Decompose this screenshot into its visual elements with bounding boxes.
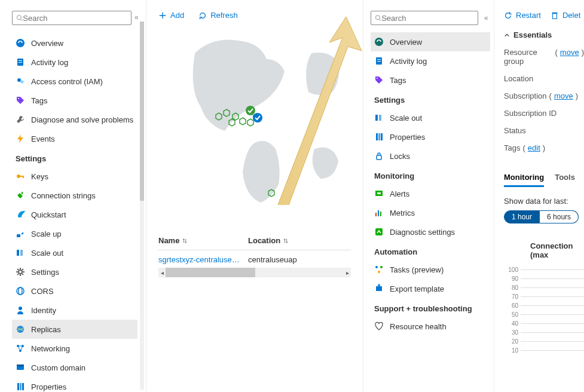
sidebar-item-keys[interactable]: Keys — [12, 167, 137, 186]
collapse-sidebar2-button[interactable]: « — [484, 14, 488, 22]
col-header-location[interactable]: Location — [248, 236, 320, 245]
sidebar-item-conn[interactable]: Connection strings — [12, 186, 137, 205]
add-button[interactable]: Add — [158, 11, 184, 20]
y-tick: 50 — [504, 311, 584, 320]
sidebar-item-diag[interactable]: Diagnose and solve problems — [12, 110, 137, 129]
tab-monitoring[interactable]: Monitoring — [504, 173, 544, 187]
svg-marker-47 — [240, 118, 246, 125]
scroll-right-icon[interactable]: ▸ — [344, 268, 351, 277]
sidebar2-item-reshealth[interactable]: Resource health — [371, 317, 490, 336]
delete-button[interactable]: Delet — [551, 11, 580, 20]
metrics-icon — [374, 208, 384, 218]
locks-icon — [374, 151, 384, 161]
y-tick: 40 — [504, 320, 584, 329]
essentials-link[interactable]: move — [560, 48, 579, 66]
essentials-link[interactable]: move — [554, 91, 573, 100]
col-header-name[interactable]: Name — [158, 236, 248, 245]
collapse-sidebar-button[interactable]: « — [134, 13, 139, 22]
tab-tools[interactable]: Tools — [555, 173, 575, 187]
y-tick: 30 — [504, 329, 584, 338]
sidebar2-item-overview[interactable]: Overview — [371, 32, 490, 51]
connection-chart: Connection (max 100908070605040302010 — [504, 241, 584, 356]
sidebar-item-scaleup[interactable]: Scale up — [12, 224, 137, 243]
sidebar2-item-export[interactable]: Export template — [371, 279, 490, 298]
overview-icon — [16, 38, 25, 48]
sidebar2-item-scaleout[interactable]: Scale out — [371, 108, 490, 127]
refresh-button[interactable]: Refresh — [198, 11, 238, 20]
restart-button[interactable]: Restart — [504, 11, 541, 20]
sidebar2-item-tasks[interactable]: Tasks (preview) — [371, 260, 490, 279]
sidebar-item-tags[interactable]: Tags — [12, 91, 137, 110]
sort-icon — [182, 238, 188, 244]
sidebar2-item-activity[interactable]: Activity log — [371, 51, 490, 71]
sidebar2-item-alerts[interactable]: Alerts — [371, 184, 490, 203]
activity-icon — [374, 56, 384, 66]
tags-icon — [374, 75, 384, 85]
sidebar2-group-header: Settings — [371, 90, 494, 108]
sidebar-item-replicas[interactable]: Replicas — [12, 320, 137, 339]
sidebar2-item-label: Alerts — [390, 189, 409, 198]
sidebar-item-network[interactable]: Networking — [12, 339, 137, 358]
y-tick: 10 — [504, 347, 584, 356]
quick-icon — [16, 210, 25, 219]
delete-icon — [551, 11, 559, 20]
essentials-link[interactable]: edit — [528, 143, 540, 152]
sidebar-item-cors[interactable]: CORS — [12, 281, 137, 301]
row-name-link[interactable]: sgrtestxyz-centraluseu… — [158, 255, 242, 264]
sidebar-item-label: Connection strings — [31, 191, 96, 200]
sidebar-item-identity[interactable]: Identity — [12, 301, 137, 320]
activity-icon — [16, 57, 25, 67]
sidebar-item-overview[interactable]: Overview — [12, 33, 137, 53]
sidebar2-item-label: Overview — [390, 38, 422, 47]
sidebar-item-activity[interactable]: Activity log — [12, 53, 137, 72]
sidebar-item-events[interactable]: Events — [12, 129, 137, 148]
scaleout-icon — [16, 248, 25, 258]
sidebar-item-iam[interactable]: Access control (IAM) — [12, 72, 137, 91]
essentials-toggle[interactable]: Essentials — [504, 20, 584, 39]
y-tick: 80 — [504, 284, 584, 293]
refresh-label: Refresh — [210, 11, 238, 20]
sidebar-scrollbar-thumb[interactable] — [140, 22, 144, 201]
sidebar2-item-locks[interactable]: Locks — [371, 146, 490, 166]
table-row[interactable]: sgrtestxyz-centraluseu…centraluseuap — [158, 250, 351, 264]
sidebar2-item-label: Scale out — [390, 114, 422, 122]
sidebar2-group-header: Automation — [371, 241, 494, 260]
iam-icon — [16, 76, 25, 86]
scroll-left-icon[interactable]: ◂ — [158, 268, 166, 277]
sidebar-item-scaleout[interactable]: Scale out — [12, 243, 137, 262]
sidebar2-item-metrics[interactable]: Metrics — [371, 203, 490, 222]
sidebar-item-label: Scale up — [31, 229, 62, 238]
essentials-row: Subscription (move) — [504, 83, 584, 100]
sidebar-primary: « OverviewActivity logAccess control (IA… — [0, 0, 146, 392]
sidebar-item-label: Overview — [31, 39, 63, 48]
add-label: Add — [170, 11, 184, 20]
sidebar2-item-label: Resource health — [390, 322, 447, 331]
sidebar-item-props[interactable]: Properties — [12, 377, 137, 392]
table-h-scrollbar[interactable]: ◂ ▸ — [158, 268, 351, 277]
sidebar2-item-diagset[interactable]: Diagnostic settings — [371, 222, 490, 241]
essentials-row: Resource group (move) — [504, 39, 584, 66]
sidebar-item-label: Diagnose and solve problems — [31, 115, 133, 124]
sidebar-item-label: Networking — [31, 344, 70, 353]
sidebar2-item-label: Properties — [390, 133, 425, 142]
time-pill[interactable]: 6 hours — [540, 210, 579, 223]
sidebar2-item-tags[interactable]: Tags — [371, 71, 490, 90]
sidebar2-item-props[interactable]: Properties — [371, 127, 490, 146]
row-location: centraluseuap — [248, 255, 320, 264]
sidebar2-search[interactable] — [371, 11, 478, 25]
sidebar2-search-input[interactable] — [381, 14, 474, 23]
sidebar-item-label: Activity log — [31, 58, 68, 67]
events-icon — [16, 134, 25, 143]
time-pill[interactable]: 1 hour — [504, 210, 540, 223]
sidebar-item-settings[interactable]: Settings — [12, 262, 137, 281]
sidebar-item-cdomain[interactable]: Custom domain — [12, 358, 137, 377]
identity-icon — [16, 305, 25, 315]
scaleup-icon — [16, 229, 25, 238]
sidebar-item-quick[interactable]: Quickstart — [12, 205, 137, 224]
cors-icon — [16, 286, 25, 296]
world-map[interactable] — [158, 29, 351, 220]
scrollbar-thumb[interactable] — [166, 268, 255, 277]
svg-marker-48 — [247, 119, 253, 126]
sidebar-search-input[interactable] — [23, 14, 127, 23]
sidebar-search[interactable] — [12, 11, 132, 25]
